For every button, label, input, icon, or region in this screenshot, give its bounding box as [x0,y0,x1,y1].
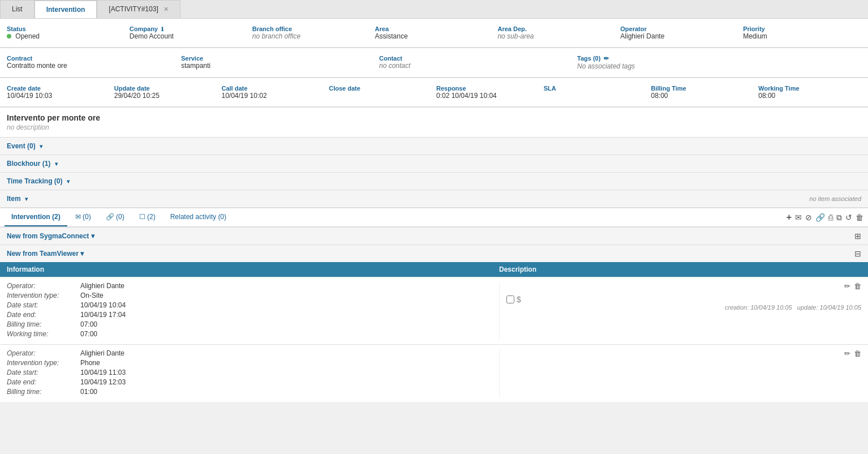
tab-related-activity[interactable]: Related activity (0) [164,208,233,226]
header-row-1: Status Opened Company ℹ Demo Account Bra… [0,19,868,48]
tags-cell: Tags (0) ✏ No associated tags [573,55,861,70]
block-icon[interactable]: ⊘ [805,213,812,222]
billing-checkbox-1[interactable] [506,295,514,303]
header-row-3: Create date 10/04/19 10:03 Update date 2… [0,78,868,107]
close-date-cell: Close date [324,85,432,100]
branch-office-cell: Branch office no branch office [248,25,371,40]
tab-list[interactable]: List [0,0,35,18]
teamviewer-expand-icon[interactable]: ⊟ [854,249,861,258]
intervention-desc-1: ✏ 🗑 $ creation: 10/04/19 10:05 update: 1… [499,282,861,340]
response-cell: Response 0:02 10/04/19 10:04 [432,85,539,100]
area-dep-cell: Area Dep. no sub-area [493,25,616,40]
company-cell: Company ℹ Demo Account [125,25,248,40]
new-from-teamviewer-label: New from TeamViewer ▾ [7,250,84,258]
create-date-cell: Create date 10/04/19 10:03 [7,85,110,100]
type-label-2: Intervention type: [7,359,80,367]
content-area: Status Opened Company ℹ Demo Account Bra… [0,19,868,402]
tab-actions: + ✉ ⊘ 🔗 ⎙ ⧉ ↺ 🗑 [787,212,863,222]
meta-info-1: creation: 10/04/19 10:05 update: 10/04/1… [506,304,861,311]
status-cell: Status Opened [7,25,125,40]
tags-label: Tags (0) ✏ [577,55,857,62]
date-start-value-2: 10/04/19 11:03 [80,369,126,376]
info-icon[interactable]: ℹ [161,26,164,32]
status-dot [7,34,11,38]
working-value-1: 07:00 [80,330,97,338]
tab-checkbox[interactable]: ☐ (2) [132,208,162,226]
date-start-label-2: Date start: [7,369,80,376]
blockhour-caret-icon: ▾ [55,161,58,167]
date-start-value-1: 10/04/19 10:04 [80,301,126,309]
new-from-sygmaconnect-label: New from SygmaConnect ▾ [7,232,94,240]
status-value: Opened [7,32,40,40]
dollar-sign-1: $ [517,295,521,304]
contract-cell: Contract Contratto monte ore [7,55,177,70]
refresh-icon[interactable]: ↺ [845,213,852,222]
call-date-cell: Call date 10/04/19 10:02 [217,85,325,100]
activity-title-section: Intervento per monte ore no description [0,108,868,137]
delete-icon-2[interactable]: 🗑 [854,349,861,358]
working-label-1: Working time: [7,330,80,338]
table-header: Information Description [0,262,868,277]
tab-email[interactable]: ✉ (0) [68,208,98,226]
main-wrapper: List Intervention [ACTIVITY#103] ✕ Statu… [0,0,868,402]
tags-edit-icon[interactable]: ✏ [604,55,609,62]
item-section[interactable]: Item ▾ no item associated [0,190,868,207]
tab-intervention[interactable]: Intervention [35,0,97,18]
new-from-teamviewer-bar[interactable]: New from TeamViewer ▾ ⊟ [0,245,868,262]
time-tracking-caret-icon: ▾ [67,178,70,185]
update-date-cell: Update date 29/04/20 10:25 [110,85,217,100]
intervention-desc-2: ✏ 🗑 [499,349,861,397]
tab-intervention-count[interactable]: Intervention (2) [5,208,67,226]
table-header-information: Information [7,265,499,273]
new-from-sygmaconnect-bar[interactable]: New from SygmaConnect ▾ ⊞ [0,227,868,245]
edit-icon-1[interactable]: ✏ [844,282,850,290]
delete-icon[interactable]: 🗑 [856,213,863,222]
date-end-label-2: Date end: [7,378,80,386]
event-caret-icon: ▾ [40,143,42,149]
operator-cell: Operator Alighieri Dante [616,25,738,40]
billing-value-2: 01:00 [80,388,97,396]
billing-label-2: Billing time: [7,388,80,396]
edit-icon-2[interactable]: ✏ [844,349,850,358]
contact-cell: Contact no contact [375,55,573,70]
bottom-tabs-container: Intervention (2) ✉ (0) 🔗 (0) ☐ (2) Relat… [5,208,234,226]
area-cell: Area Assistance [371,25,493,40]
row-actions-2: ✏ 🗑 [506,349,861,358]
print-icon[interactable]: ⎙ [828,213,833,222]
billing-time-cell: Billing Time 08:00 [647,85,754,100]
intervention-info-2: Operator: Alighieri Dante Intervention t… [7,349,499,397]
working-time-cell: Working Time 08:00 [754,85,861,100]
email-icon[interactable]: ✉ [795,213,802,222]
close-tab-icon[interactable]: ✕ [164,6,169,12]
event-section[interactable]: Event (0) ▾ [0,137,868,155]
blockhour-section[interactable]: Blockhour (1) ▾ [0,155,868,172]
tab-activity[interactable]: [ACTIVITY#103] ✕ [97,0,181,18]
row-actions-1: ✏ 🗑 [506,282,861,290]
add-icon[interactable]: + [787,212,792,222]
delete-icon-1[interactable]: 🗑 [854,282,861,290]
operator-label-1: Operator: [7,282,80,290]
type-value-1: On-Site [80,292,104,299]
type-value-2: Phone [80,359,100,367]
service-cell: Service stampanti [177,55,375,70]
billing-value-1: 07:00 [80,320,97,328]
table-header-description: Description [499,265,861,273]
bottom-tab-bar: Intervention (2) ✉ (0) 🔗 (0) ☐ (2) Relat… [0,207,868,227]
table-row: Operator: Alighieri Dante Intervention t… [0,344,868,402]
company-label: Company ℹ [130,25,243,32]
time-tracking-section[interactable]: Time Tracking (0) ▾ [0,172,868,190]
tab-link[interactable]: 🔗 (0) [99,208,131,226]
intervention-info-1: Operator: Alighieri Dante Intervention t… [7,282,499,340]
sygmaconnect-expand-icon[interactable]: ⊞ [854,232,861,241]
date-end-value-1: 10/04/19 17:04 [80,311,126,319]
date-end-value-2: 10/04/19 12:03 [80,378,126,386]
activity-description: no description [7,122,861,135]
chain-icon[interactable]: 🔗 [815,213,825,222]
copy-icon[interactable]: ⧉ [836,213,842,222]
header-row-2: Contract Contratto monte ore Service sta… [0,48,868,78]
date-end-label-1: Date end: [7,311,80,319]
operator-value-1: Alighieri Dante [80,282,124,290]
activity-title: Intervento per monte ore [7,113,861,122]
checkbox-dollar-1: $ [506,295,861,304]
billing-label-1: Billing time: [7,320,80,328]
